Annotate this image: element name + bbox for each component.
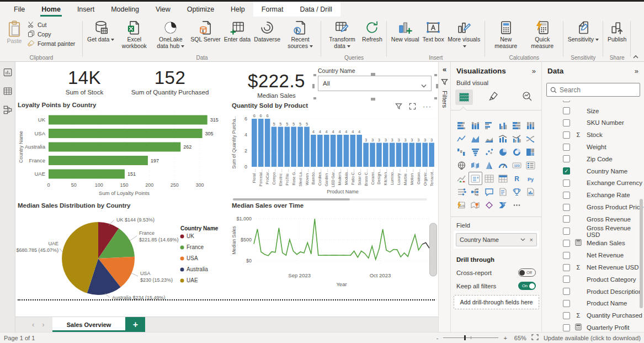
visual-type-100-stacked-bar[interactable] bbox=[510, 119, 524, 132]
visual-type-more[interactable] bbox=[510, 198, 524, 212]
field-item-country-name[interactable]: ✓Country Name bbox=[542, 165, 644, 177]
field-item-weight[interactable]: Weight bbox=[542, 141, 644, 153]
zoom-in-button[interactable]: + bbox=[503, 335, 507, 341]
country-slicer[interactable]: Country Name All bbox=[315, 66, 436, 99]
cross-report-toggle[interactable]: Off bbox=[518, 268, 536, 277]
visual-type-donut[interactable] bbox=[510, 145, 524, 159]
kpi-card-stock[interactable]: 14K Sum of Stock bbox=[38, 67, 131, 96]
visual-type-waterfall[interactable] bbox=[455, 145, 469, 159]
collapse-pane-icon[interactable]: » bbox=[635, 67, 638, 75]
field-checkbox[interactable] bbox=[563, 192, 570, 199]
field-item-exchange-rate[interactable]: Exchange Rate bbox=[542, 189, 644, 201]
build-visual-tab[interactable] bbox=[455, 89, 473, 105]
ribbon-collapse-button[interactable] bbox=[632, 52, 640, 59]
field-item-zip-code[interactable]: Zip Code bbox=[542, 153, 644, 165]
prev-page-arrow[interactable]: ‹ bbox=[32, 320, 34, 329]
text-box-button[interactable]: Text box bbox=[421, 19, 446, 44]
onelake-data-hub-button[interactable]: OneLake data hub bbox=[152, 19, 189, 51]
remove-field-icon[interactable]: × bbox=[530, 236, 533, 243]
collapse-pane-icon[interactable]: » bbox=[532, 67, 536, 75]
field-checkbox[interactable] bbox=[563, 228, 570, 235]
recent-sources-button[interactable]: Recent sources bbox=[282, 19, 318, 51]
visual-type-calc-lightning[interactable]: 123 bbox=[455, 198, 469, 212]
visual-type-key-influencers[interactable] bbox=[455, 185, 469, 198]
selection-handle[interactable] bbox=[371, 98, 375, 101]
slicer-dropdown[interactable]: All bbox=[318, 76, 432, 91]
visual-type-stacked-bar[interactable] bbox=[455, 119, 469, 132]
visual-type-r-script[interactable]: R bbox=[510, 172, 524, 185]
field-item-gross-revenue-usd[interactable]: Gross Revenue USD bbox=[542, 225, 644, 238]
field-list-scrollbar[interactable] bbox=[640, 199, 643, 308]
field-item-gross-revenue[interactable]: Gross Revenue bbox=[542, 213, 644, 225]
visual-type-stacked-column[interactable] bbox=[469, 119, 482, 132]
sensitivity-button[interactable]: Sensitivity bbox=[566, 19, 600, 44]
kpi-card-median-sales[interactable]: $222.5 Median Sales bbox=[230, 71, 323, 99]
model-view-button[interactable] bbox=[3, 105, 13, 115]
field-item-median-sales[interactable]: Median Sales bbox=[542, 238, 644, 250]
visual-type-pie[interactable] bbox=[496, 145, 510, 159]
new-visual-button[interactable]: New visual bbox=[390, 19, 421, 44]
visual-type-power-automate[interactable] bbox=[496, 198, 510, 212]
field-item-net-revenue-usd[interactable]: ΣNet Revenue USD bbox=[542, 261, 644, 273]
visual-type-gauge[interactable] bbox=[496, 159, 510, 172]
ribbon-tab-insert[interactable]: Insert bbox=[69, 2, 103, 17]
zoom-out-button[interactable]: - bbox=[437, 335, 439, 341]
format-painter-button[interactable]: Format painter bbox=[27, 39, 75, 48]
update-available-link[interactable]: Update available (click to download) bbox=[544, 335, 641, 341]
visual-type-paginated-report[interactable] bbox=[524, 185, 537, 198]
visual-type-kpi[interactable] bbox=[455, 172, 469, 185]
field-item-exchange-currency[interactable]: Exchange Currency bbox=[542, 177, 644, 189]
visual-type-qna[interactable] bbox=[482, 185, 496, 198]
selection-handle[interactable] bbox=[313, 97, 316, 99]
visual-type-table[interactable] bbox=[482, 172, 496, 185]
new-measure-button[interactable]: New measure bbox=[488, 19, 524, 51]
column-chart-scrollbar[interactable] bbox=[233, 198, 427, 200]
dataverse-button[interactable]: Dataverse bbox=[252, 19, 282, 44]
visual-type-azure-map[interactable] bbox=[482, 159, 496, 172]
ribbon-tab-data-drill[interactable]: Data / Drill bbox=[291, 2, 340, 17]
field-checkbox[interactable] bbox=[563, 240, 570, 247]
median-sales-line-chart[interactable]: $0$500$1,000Sep 2023Oct 2023YearMedian S… bbox=[231, 209, 438, 294]
visual-type-line-stacked-column[interactable] bbox=[496, 132, 510, 145]
ribbon-tab-help[interactable]: Help bbox=[222, 2, 253, 17]
visual-type-card[interactable]: 123 bbox=[510, 159, 524, 172]
visual-type-scatter[interactable] bbox=[482, 145, 496, 159]
new-page-button[interactable]: + bbox=[125, 317, 145, 332]
report-view-button[interactable] bbox=[3, 67, 13, 77]
field-checkbox[interactable] bbox=[563, 155, 570, 162]
field-checkbox[interactable] bbox=[563, 264, 570, 271]
visual-type-line[interactable] bbox=[455, 132, 469, 145]
kpi-card-quantity[interactable]: 152 Sum of Quantity Purchased bbox=[120, 67, 220, 96]
sql-server-button[interactable]: SQL Server bbox=[189, 19, 222, 44]
quick-measure-button[interactable]: Quick measure bbox=[524, 19, 561, 51]
field-checkbox[interactable] bbox=[563, 276, 570, 283]
drill-through-drop-zone[interactable]: Add drill-through fields here bbox=[454, 295, 539, 309]
field-checkbox[interactable] bbox=[563, 107, 570, 114]
visual-type-multi-row-card[interactable] bbox=[524, 159, 537, 172]
enter-data-button[interactable]: Enter data bbox=[222, 19, 252, 44]
zoom-slider[interactable] bbox=[443, 335, 498, 340]
next-page-arrow[interactable]: › bbox=[42, 320, 44, 329]
field-checkbox[interactable]: ✓ bbox=[563, 167, 570, 175]
visual-type-map[interactable] bbox=[455, 159, 469, 172]
selection-handle[interactable] bbox=[312, 84, 315, 88]
loyalty-points-bar-chart[interactable]: 050100150200250300UK315USA305Australia26… bbox=[17, 108, 232, 201]
get-data-button[interactable]: Get data bbox=[86, 19, 116, 44]
field-search[interactable] bbox=[546, 83, 640, 97]
visual-type-filled-map[interactable] bbox=[469, 159, 482, 172]
refresh-button[interactable]: Refresh bbox=[360, 19, 384, 44]
field-checkbox[interactable] bbox=[563, 119, 570, 126]
ribbon-tab-optimize[interactable]: Optimize bbox=[179, 2, 222, 17]
visual-type-treemap[interactable] bbox=[524, 145, 537, 159]
selection-handle[interactable] bbox=[371, 73, 375, 76]
page-tab-sales-overview[interactable]: Sales Overview bbox=[52, 317, 126, 332]
field-well[interactable]: Country Name × bbox=[454, 231, 539, 249]
median-sales-pie-chart[interactable]: UK $144 (9.53%)France$221.85 (14.69%)USA… bbox=[15, 209, 231, 302]
publish-button[interactable]: Publish bbox=[606, 19, 628, 44]
visual-type-decomposition-tree[interactable] bbox=[469, 185, 482, 198]
quantity-column-chart[interactable]: 02466Floral ...6Porcelai...6ProCar...5Co… bbox=[231, 109, 437, 200]
expand-filters-icon[interactable]: « bbox=[443, 65, 446, 73]
field-item-sku-number[interactable]: SKU Number bbox=[542, 117, 644, 129]
visual-type-pbi-visual[interactable] bbox=[482, 198, 496, 212]
more-options-icon[interactable]: ··· bbox=[423, 104, 432, 109]
